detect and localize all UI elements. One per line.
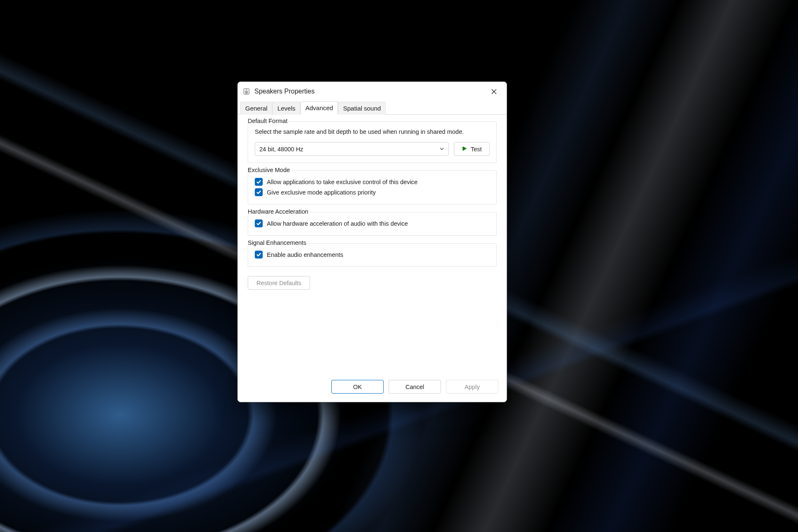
speakers-properties-dialog: Speakers Properties General Levels Advan… [237,81,507,402]
tabstrip: General Levels Advanced Spatial sound [238,101,507,115]
desktop-wallpaper: Speakers Properties General Levels Advan… [0,0,798,532]
checkbox-audio-enhancements[interactable] [255,251,263,259]
group-label: Default Format [248,118,289,124]
test-button-label: Test [470,146,482,153]
tab-general[interactable]: General [240,102,272,115]
checkbox-exclusive-control[interactable] [255,178,263,186]
ok-button[interactable]: OK [331,380,384,394]
checkbox-label: Enable audio enhancements [267,251,343,258]
sample-rate-select[interactable]: 24 bit, 48000 Hz [255,142,449,156]
cancel-button[interactable]: Cancel [389,380,441,394]
close-button[interactable] [484,84,503,99]
chevron-down-icon [439,146,444,153]
checkbox-hardware-accel[interactable] [255,219,263,227]
svg-point-3 [246,89,247,90]
checkbox-label: Give exclusive mode applications priorit… [267,189,376,196]
checkbox-label: Allow applications to take exclusive con… [267,179,418,185]
titlebar: Speakers Properties [238,82,507,101]
sample-rate-value: 24 bit, 48000 Hz [259,146,303,153]
ok-label: OK [353,384,362,390]
group-signal-enhancements: Signal Enhancements Enable audio enhance… [248,243,497,267]
restore-defaults-label: Restore Defaults [256,280,301,286]
apply-button[interactable]: Apply [446,380,498,394]
group-label: Signal Enhancements [248,239,308,246]
tab-advanced[interactable]: Advanced [300,101,338,115]
group-exclusive-mode: Exclusive Mode Allow applications to tak… [248,170,497,204]
checkbox-label: Allow hardware acceleration of audio wit… [267,220,408,227]
group-default-format: Default Format Select the sample rate an… [248,121,497,163]
checkbox-exclusive-priority[interactable] [255,188,263,196]
window-title: Speakers Properties [254,88,484,95]
tab-content: Default Format Select the sample rate an… [238,115,507,373]
group-hardware-acceleration: Hardware Acceleration Allow hardware acc… [248,212,497,236]
tab-spatial-sound[interactable]: Spatial sound [338,102,386,115]
test-button[interactable]: Test [454,142,490,156]
speaker-icon [243,88,250,95]
play-icon [462,146,467,153]
tab-levels[interactable]: Levels [272,102,300,115]
apply-label: Apply [465,384,480,390]
cancel-label: Cancel [405,384,424,390]
group-label: Exclusive Mode [248,167,292,173]
svg-point-2 [246,92,247,93]
restore-defaults-button[interactable]: Restore Defaults [248,276,310,290]
default-format-desc: Select the sample rate and bit depth to … [255,128,490,136]
group-label: Hardware Acceleration [248,208,310,215]
dialog-footer: OK Cancel Apply [238,373,507,402]
